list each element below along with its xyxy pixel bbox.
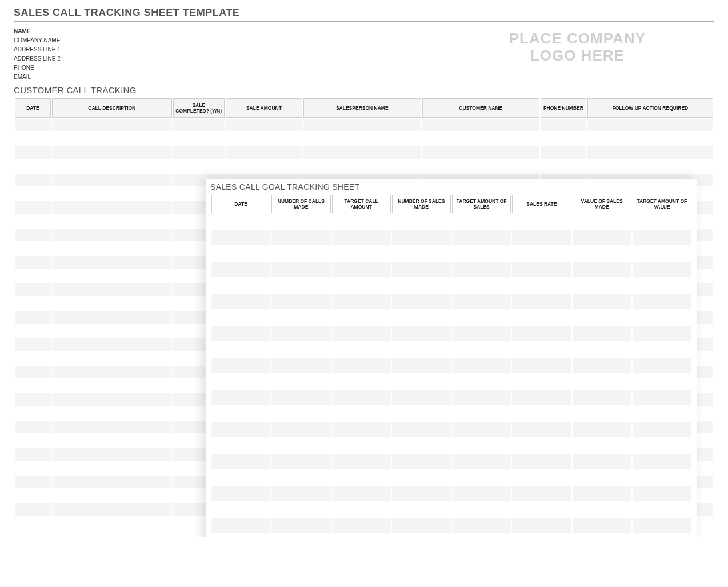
table-cell[interactable] — [422, 146, 540, 159]
table-cell[interactable] — [15, 366, 51, 378]
table-cell[interactable] — [512, 342, 571, 357]
table-cell[interactable] — [211, 214, 270, 229]
table-cell[interactable] — [512, 518, 571, 533]
table-cell[interactable] — [271, 470, 330, 485]
table-cell[interactable] — [15, 133, 51, 145]
table-cell[interactable] — [573, 342, 631, 357]
table-cell[interactable] — [512, 502, 571, 517]
table-cell[interactable] — [392, 486, 451, 501]
table-cell[interactable] — [452, 422, 511, 437]
table-cell[interactable] — [271, 246, 330, 261]
table-cell[interactable] — [15, 311, 51, 324]
table-cell[interactable] — [633, 374, 691, 389]
table-cell[interactable] — [15, 489, 51, 502]
table-cell[interactable] — [271, 486, 330, 501]
table-cell[interactable] — [587, 133, 713, 145]
table-cell[interactable] — [392, 262, 451, 277]
table-cell[interactable] — [633, 262, 691, 277]
table-cell[interactable] — [452, 326, 511, 341]
table-cell[interactable] — [512, 438, 571, 453]
table-cell[interactable] — [633, 342, 691, 357]
table-cell[interactable] — [587, 119, 713, 131]
table-cell[interactable] — [392, 390, 451, 405]
table-cell[interactable] — [52, 270, 172, 282]
table-cell[interactable] — [573, 294, 631, 309]
table-cell[interactable] — [392, 470, 451, 485]
table-cell[interactable] — [211, 422, 270, 437]
table-cell[interactable] — [452, 454, 511, 469]
table-cell[interactable] — [422, 160, 540, 173]
table-cell[interactable] — [211, 294, 270, 309]
table-cell[interactable] — [211, 342, 270, 357]
table-cell[interactable] — [512, 406, 571, 421]
table-cell[interactable] — [633, 246, 691, 261]
table-cell[interactable] — [573, 230, 631, 245]
table-cell[interactable] — [452, 438, 511, 453]
table-cell[interactable] — [211, 230, 270, 245]
table-cell[interactable] — [452, 534, 511, 537]
table-cell[interactable] — [512, 358, 571, 373]
table-cell[interactable] — [452, 246, 511, 261]
table-cell[interactable] — [573, 262, 631, 277]
table-cell[interactable] — [392, 438, 451, 453]
table-cell[interactable] — [15, 352, 51, 365]
table-cell[interactable] — [211, 374, 270, 389]
table-cell[interactable] — [15, 338, 51, 351]
table-cell[interactable] — [587, 146, 713, 159]
table-cell[interactable] — [573, 454, 631, 469]
table-cell[interactable] — [271, 438, 330, 453]
table-cell[interactable] — [512, 422, 571, 437]
table-cell[interactable] — [392, 230, 451, 245]
table-cell[interactable] — [392, 294, 451, 309]
table-cell[interactable] — [392, 358, 451, 373]
table-cell[interactable] — [211, 406, 270, 421]
table-cell[interactable] — [573, 422, 631, 437]
table-cell[interactable] — [15, 462, 51, 474]
table-cell[interactable] — [573, 326, 631, 341]
table-cell[interactable] — [573, 486, 631, 501]
table-cell[interactable] — [15, 215, 51, 227]
table-cell[interactable] — [512, 470, 571, 485]
table-cell[interactable] — [52, 229, 172, 241]
table-cell[interactable] — [332, 470, 391, 485]
table-cell[interactable] — [573, 534, 631, 537]
table-cell[interactable] — [392, 278, 451, 293]
table-cell[interactable] — [303, 160, 421, 173]
table-cell[interactable] — [392, 246, 451, 261]
table-cell[interactable] — [52, 393, 172, 406]
table-cell[interactable] — [332, 486, 391, 501]
table-cell[interactable] — [512, 534, 571, 537]
table-cell[interactable] — [52, 133, 172, 145]
table-cell[interactable] — [52, 283, 172, 296]
table-cell[interactable] — [332, 438, 391, 453]
table-cell[interactable] — [226, 119, 302, 131]
table-cell[interactable] — [271, 358, 330, 373]
table-cell[interactable] — [332, 294, 391, 309]
table-cell[interactable] — [392, 310, 451, 325]
table-cell[interactable] — [512, 230, 571, 245]
table-cell[interactable] — [512, 390, 571, 405]
table-cell[interactable] — [211, 502, 270, 517]
table-cell[interactable] — [52, 146, 172, 159]
table-cell[interactable] — [211, 390, 270, 405]
table-cell[interactable] — [392, 374, 451, 389]
table-cell[interactable] — [226, 146, 302, 159]
table-cell[interactable] — [452, 214, 511, 229]
table-cell[interactable] — [573, 246, 631, 261]
table-cell[interactable] — [452, 278, 511, 293]
table-cell[interactable] — [15, 242, 51, 255]
table-cell[interactable] — [15, 421, 51, 433]
table-cell[interactable] — [52, 434, 172, 447]
table-cell[interactable] — [332, 358, 391, 373]
table-cell[interactable] — [573, 438, 631, 453]
table-cell[interactable] — [52, 366, 172, 378]
table-cell[interactable] — [52, 462, 172, 474]
table-cell[interactable] — [633, 230, 691, 245]
table-cell[interactable] — [211, 486, 270, 501]
table-cell[interactable] — [211, 358, 270, 373]
table-cell[interactable] — [633, 454, 691, 469]
table-cell[interactable] — [271, 422, 330, 437]
table-cell[interactable] — [541, 119, 586, 131]
table-cell[interactable] — [52, 503, 172, 516]
table-cell[interactable] — [15, 297, 51, 310]
